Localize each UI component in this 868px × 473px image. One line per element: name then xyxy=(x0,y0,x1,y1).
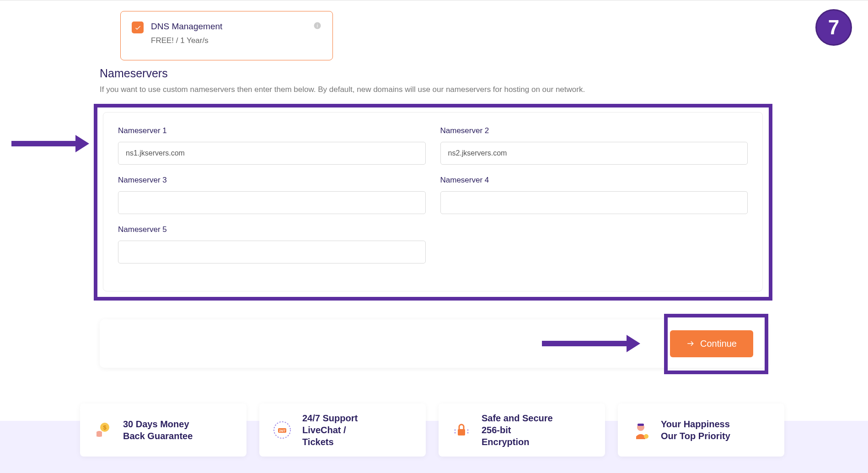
addon-title: DNS Management xyxy=(151,22,321,32)
nameserver2-label: Nameserver 2 xyxy=(440,126,748,135)
svg-text:i: i xyxy=(317,23,318,28)
svg-text:$: $ xyxy=(103,424,107,431)
nameserver1-field: Nameserver 1 xyxy=(118,126,426,165)
nameserver4-label: Nameserver 4 xyxy=(440,176,748,185)
svg-point-9 xyxy=(455,432,456,434)
continue-label: Continue xyxy=(700,339,737,349)
feature-money-back: $ 30 Days Money Back Guarantee xyxy=(80,403,246,457)
top-border xyxy=(0,0,868,0)
svg-rect-13 xyxy=(638,424,644,426)
svg-point-8 xyxy=(455,430,456,431)
lock-icon xyxy=(450,419,472,441)
happiness-icon xyxy=(630,419,652,441)
addon-dns-management-card[interactable]: DNS Management FREE! / 1 Year/s i xyxy=(120,11,333,60)
check-icon xyxy=(134,24,141,31)
nameservers-description: If you want to use custom nameservers th… xyxy=(100,85,585,94)
nameserver5-input[interactable] xyxy=(118,241,426,263)
svg-rect-7 xyxy=(458,429,465,435)
feature-happiness: Your Happiness Our Top Priority xyxy=(618,403,784,457)
nameserver4-input[interactable] xyxy=(440,191,748,214)
checkbox-checked[interactable] xyxy=(132,22,144,33)
nameserver3-field: Nameserver 3 xyxy=(118,176,426,214)
step-badge: 7 xyxy=(815,9,852,46)
addon-price: FREE! / 1 Year/s xyxy=(151,36,321,45)
arrow-highlight-left-icon xyxy=(11,133,89,155)
nameserver5-field: Nameserver 5 xyxy=(118,225,426,263)
feature-encryption: Safe and Secure 256-bit Encryption xyxy=(439,403,605,457)
nameserver1-label: Nameserver 1 xyxy=(118,126,426,135)
feature-text: Your Happiness Our Top Priority xyxy=(661,418,730,442)
forward-icon xyxy=(686,339,695,348)
feature-text: 30 Days Money Back Guarantee xyxy=(123,418,193,442)
arrow-highlight-right-icon xyxy=(542,333,640,355)
nameserver-panel: Nameserver 1 Nameserver 2 Nameserver 3 N… xyxy=(103,112,763,291)
features-row: $ 30 Days Money Back Guarantee 24/7 24/7… xyxy=(80,403,784,457)
feature-text: Safe and Secure 256-bit Encryption xyxy=(482,412,553,448)
addon-content: DNS Management FREE! / 1 Year/s xyxy=(151,22,321,50)
nameserver4-field: Nameserver 4 xyxy=(440,176,748,214)
nameserver3-label: Nameserver 3 xyxy=(118,176,426,185)
svg-point-14 xyxy=(644,434,648,439)
svg-point-11 xyxy=(467,432,469,434)
nameserver2-field: Nameserver 2 xyxy=(440,126,748,165)
feature-text: 24/7 Support LiveChat / Tickets xyxy=(302,412,358,448)
money-back-icon: $ xyxy=(92,419,114,441)
nameserver5-label: Nameserver 5 xyxy=(118,225,426,234)
nameserver1-input[interactable] xyxy=(118,142,426,165)
svg-text:24/7: 24/7 xyxy=(279,429,285,432)
feature-support: 24/7 24/7 Support LiveChat / Tickets xyxy=(259,403,426,457)
continue-panel: Continue xyxy=(100,319,767,368)
continue-button[interactable]: Continue xyxy=(670,330,753,357)
svg-point-10 xyxy=(467,430,469,431)
nameserver3-input[interactable] xyxy=(118,191,426,214)
support-icon: 24/7 xyxy=(271,419,293,441)
nameservers-heading: Nameservers xyxy=(100,67,168,80)
info-icon[interactable]: i xyxy=(313,22,321,30)
nameserver2-input[interactable] xyxy=(440,142,748,165)
